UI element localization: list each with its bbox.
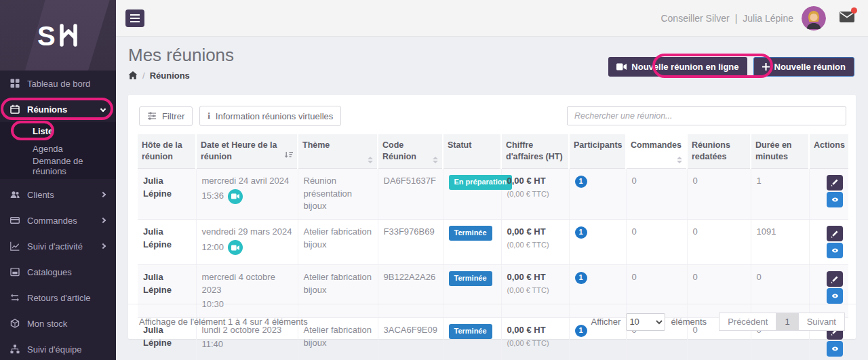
column-header-revenue[interactable]: Chiffre d'affaires (HT) [501,134,569,168]
sidebar-item-commandes[interactable]: Commandes [0,207,116,233]
sidebar-item-label: Suivi d'équipe [27,344,82,355]
theme-cell: Atelier fabrication bijoux [298,220,378,265]
header-label: Date et Heure de la réunion [201,140,277,161]
sidebar-item-retours[interactable]: Retours d'article [0,285,116,311]
code-cell: F33F976B69 [378,220,443,265]
sort-icon [677,157,682,163]
column-header-host[interactable]: Hôte de la réunion [138,134,196,168]
eye-icon [831,345,840,353]
table-toolbar: Filtrer i Information réunions virtuelle… [128,95,856,134]
sidebar-toggle-button[interactable] [125,9,144,27]
search-input[interactable] [567,106,846,125]
subitem-label: Agenda [33,144,63,154]
edit-meeting-button[interactable] [827,175,843,191]
eye-icon [831,247,840,254]
status-badge: En préparation [449,175,513,190]
table-header-row: Hôte de la réunion Date et Heure de la r… [138,134,848,168]
sidebar-item-label: Mon stock [27,319,67,329]
sidebar-item-suivi-activite[interactable]: Suivi d'activité [0,233,116,259]
actions-cell [809,168,848,220]
date-cell: mercredi 24 avril 2024 15:36 [196,168,298,220]
topbar: Conseiller Silver | Julia Lépine [116,0,868,37]
chevron-right-icon [100,243,106,249]
chevron-right-icon [100,218,106,223]
redated-cell: 0 [687,168,751,220]
column-header-duration[interactable]: Durée en minutes [751,134,809,168]
edit-meeting-button[interactable] [827,226,843,241]
elements-label: éléments [671,317,707,327]
meeting-time: 15:36 [202,190,224,203]
column-header-participants[interactable]: Participants [569,134,626,168]
show-label: Afficher [591,317,621,327]
app-logo[interactable]: S [0,0,116,71]
header-label: Hôte de la réunion [142,140,182,161]
sidebar-item-label: Réunions [27,104,67,115]
info-icon: i [208,111,210,121]
column-header-orders[interactable]: Commandes [626,134,687,168]
theme-cell: Réunion présentation bijoux [298,168,378,220]
page-size-select[interactable]: 10 [626,313,665,331]
revenue-cell: 0,00 € HT (0,00 € TTC) [501,220,569,265]
revenue-ht: 0,00 € HT [507,272,546,282]
catalog-icon [9,267,20,277]
edit-meeting-button[interactable] [827,271,843,287]
sidebar-item-reunions[interactable]: Réunions [0,96,116,122]
plus-icon [762,63,770,71]
sidebar-item-clients[interactable]: Clients [0,182,116,207]
avatar[interactable] [802,6,826,31]
sort-icon [368,157,373,163]
user-menu[interactable]: Conseiller Silver | Julia Lépine [660,13,793,24]
host-cell: Julia Lépine [138,220,196,265]
sidebar-item-label: Commandes [27,216,77,226]
breadcrumb-separator: / [142,71,145,81]
new-meeting-button[interactable]: Nouvelle réunion [753,57,854,77]
sidebar-item-label: Suivi d'activité [27,241,83,252]
current-page-button[interactable]: 1 [776,313,798,331]
sidebar-item-label: Tableau de bord [27,79,90,89]
view-meeting-button[interactable] [827,192,843,207]
sidebar-subitem-agenda[interactable]: Agenda [0,140,116,157]
pencil-icon [831,178,839,186]
chart-line-icon [9,241,20,251]
sidebar: S Tableau de bord Réunions Liste Agenda … [0,0,116,360]
header-label: Statut [448,140,471,150]
pagination-info: Affichage de l'élément 1 à 4 sur 4 éléme… [139,317,308,327]
view-meeting-button[interactable] [827,288,843,304]
sidebar-item-dashboard[interactable]: Tableau de bord [0,71,116,96]
subitem-label: Liste [33,126,53,136]
view-meeting-button[interactable] [827,341,843,357]
users-icon [9,190,20,199]
table-row: Julia Lépine mercredi 24 avril 2024 15:3… [138,168,848,220]
button-label: Nouvelle réunion en ligne [631,62,738,72]
column-header-redated[interactable]: Réunions redatées [687,134,751,168]
sidebar-subitem-demande[interactable]: Demande de réunions [0,157,116,175]
header-label: Participants [574,140,623,150]
revenue-ht: 0,00 € HT [507,176,546,186]
column-header-code[interactable]: Code Réunion [378,134,443,168]
sidebar-item-equipe[interactable]: Suivi d'équipe [0,336,116,360]
column-header-status[interactable]: Statut [443,134,501,168]
orders-cell: 0 [626,220,687,265]
header-label: Code Réunion [382,140,416,161]
next-page-button[interactable]: Suivant [798,313,845,331]
chevron-right-icon [100,192,106,197]
status-badge: Terminée [449,271,492,286]
previous-page-button[interactable]: Précédent [719,313,776,331]
column-header-theme[interactable]: Thème [298,134,378,168]
column-header-date[interactable]: Date et Heure de la réunion [196,134,298,168]
participants-cell: 1 [569,220,626,265]
messages-button[interactable] [840,12,854,25]
sidebar-subitem-liste[interactable]: Liste [0,122,116,140]
view-meeting-button[interactable] [827,243,843,258]
home-icon[interactable] [128,71,138,80]
filter-button[interactable]: Filtrer [139,106,193,126]
sidebar-item-stock[interactable]: Mon stock [0,311,116,336]
column-header-actions: Actions [809,134,848,168]
reunions-submenu: Liste Agenda Demande de réunions [0,122,116,179]
sidebar-item-catalogues[interactable]: Catalogues [0,259,116,285]
new-online-meeting-button[interactable]: Nouvelle réunion en ligne [608,57,747,77]
svg-text:S: S [37,21,56,51]
virtual-meetings-info-button[interactable]: i Information réunions virtuelles [199,106,341,126]
pencil-icon [831,230,839,238]
sidebar-item-label: Retours d'article [27,293,91,303]
